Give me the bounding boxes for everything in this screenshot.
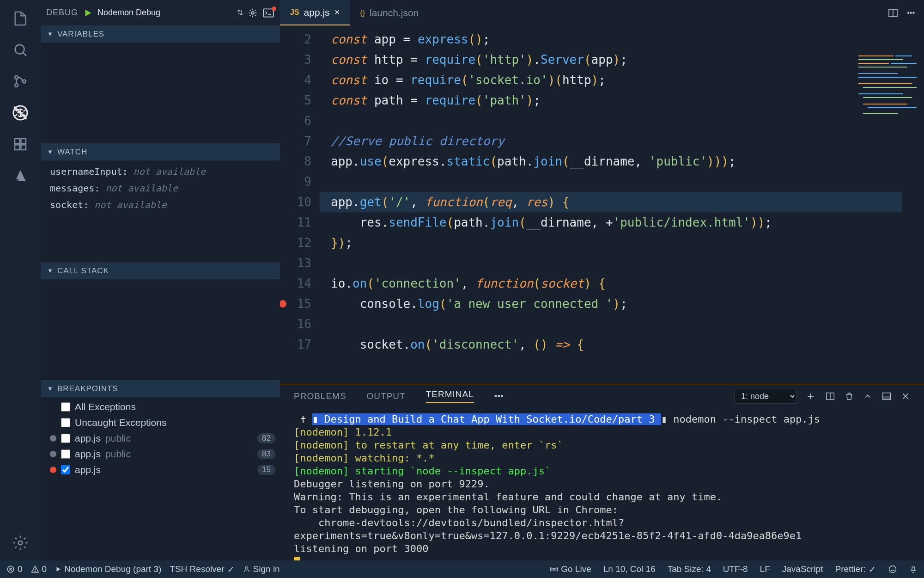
bp-dot-icon (50, 451, 56, 457)
bp-item[interactable]: app.js15 (41, 462, 280, 478)
close-panel-icon[interactable] (901, 392, 910, 401)
watch-item[interactable]: usernameInput: not available (41, 163, 280, 180)
variables-header[interactable]: ▼VARIABLES (41, 25, 280, 43)
debug-console-icon[interactable] (262, 8, 274, 18)
bp-checkbox[interactable] (61, 418, 70, 427)
line-gutter: 234567891011121314151617 (280, 25, 320, 384)
svg-rect-9 (21, 145, 26, 150)
kill-terminal-icon[interactable] (845, 391, 854, 401)
editor-tabs: JSapp.js× {}launch.json ••• (280, 0, 924, 25)
status-warnings[interactable]: 0 (31, 564, 47, 574)
editor-group: JSapp.js× {}launch.json ••• 234567891011… (280, 0, 924, 578)
json-icon: {} (360, 9, 365, 17)
callstack-header[interactable]: ▼CALL STACK (41, 262, 280, 279)
terminal-output[interactable]: ✝ ▮ Design and Build a Chat App With Soc… (280, 408, 924, 578)
bp-checkbox[interactable] (61, 402, 70, 412)
status-eol[interactable]: LF (760, 564, 770, 574)
tab-output[interactable]: OUTPUT (367, 391, 406, 401)
breakpoints-header[interactable]: ▼BREAKPOINTS (41, 380, 280, 397)
more-icon[interactable]: ••• (907, 9, 915, 17)
bottom-panel: PROBLEMS OUTPUT TERMINAL ••• 1: node ✝ ▮… (280, 384, 924, 578)
svg-rect-12 (263, 9, 274, 17)
activity-bar (0, 0, 41, 578)
status-golive[interactable]: Go Live (550, 564, 591, 574)
bp-dot-icon (50, 435, 56, 442)
settings-gear-icon[interactable] (11, 534, 30, 552)
search-icon[interactable] (11, 41, 30, 59)
debug-sidebar: DEBUG Nodemon Debug ⇅ ▼VARIABLES ▼WATCH … (41, 0, 280, 578)
js-icon: JS (290, 8, 299, 17)
status-errors[interactable]: 0 (6, 564, 23, 574)
status-bar: 0 0 Nodemon Debug (part 3) TSH Resolver … (0, 560, 924, 578)
debug-icon[interactable] (11, 104, 30, 122)
status-prettier[interactable]: Prettier: ✓ (835, 564, 876, 575)
status-resolver[interactable]: TSH Resolver ✓ (170, 564, 234, 575)
bp-checkbox[interactable] (61, 434, 70, 443)
terminal-select[interactable]: 1: node (734, 389, 796, 404)
svg-rect-36 (883, 396, 891, 400)
split-editor-icon[interactable] (888, 7, 899, 18)
chevron-down-icon: ▼ (47, 385, 54, 392)
panel-tabs: PROBLEMS OUTPUT TERMINAL ••• 1: node (280, 384, 924, 408)
config-chevrons-icon[interactable]: ⇅ (237, 8, 243, 17)
watch-item[interactable]: socket: not available (41, 197, 280, 213)
svg-point-0 (15, 45, 24, 54)
split-terminal-icon[interactable] (825, 391, 835, 401)
bp-all-exceptions[interactable]: All Exceptions (41, 399, 280, 415)
chevron-down-icon: ▼ (47, 267, 54, 274)
status-bell-icon[interactable] (909, 565, 918, 573)
svg-point-10 (18, 541, 23, 545)
debug-settings-icon[interactable] (248, 8, 258, 18)
debug-config-name[interactable]: Nodemon Debug (97, 8, 232, 18)
variables-body (41, 43, 280, 143)
debug-toolbar: DEBUG Nodemon Debug ⇅ (41, 0, 280, 25)
status-feedback-icon[interactable] (888, 565, 897, 574)
status-debug[interactable]: Nodemon Debug (part 3) (55, 564, 161, 574)
bp-item[interactable]: app.jspublic83 (41, 446, 280, 462)
extensions-icon[interactable] (11, 135, 30, 154)
maximize-panel-icon[interactable] (881, 391, 892, 401)
bp-checkbox[interactable] (61, 449, 70, 459)
svg-rect-6 (15, 139, 20, 144)
breakpoints-body: All Exceptions Uncaught Exceptions app.j… (41, 397, 280, 480)
minimap[interactable] (857, 53, 921, 141)
bp-checkbox[interactable] (61, 465, 70, 474)
tab-app-js[interactable]: JSapp.js× (280, 0, 350, 25)
callstack-body (41, 279, 280, 380)
chevron-down-icon: ▼ (47, 31, 54, 37)
watch-item[interactable]: messages: not available (41, 180, 280, 197)
svg-point-2 (15, 84, 18, 87)
watch-header[interactable]: ▼WATCH (41, 143, 280, 160)
azure-icon[interactable] (11, 166, 30, 185)
status-encoding[interactable]: UTF-8 (723, 564, 748, 574)
tab-terminal[interactable]: TERMINAL (426, 389, 474, 403)
svg-point-43 (35, 571, 36, 572)
explorer-icon[interactable] (11, 9, 30, 28)
source-control-icon[interactable] (11, 72, 30, 91)
svg-point-46 (889, 566, 896, 573)
code-area[interactable]: const app = express();const http = requi… (320, 25, 924, 384)
watch-body: usernameInput: not available messages: n… (41, 160, 280, 216)
debug-label: DEBUG (46, 8, 78, 18)
bp-item[interactable]: app.jspublic82 (41, 430, 280, 446)
status-signin[interactable]: Sign in (243, 564, 280, 574)
start-debug-icon[interactable] (83, 8, 93, 18)
panel-more-icon[interactable]: ••• (494, 391, 504, 401)
svg-point-11 (251, 12, 254, 14)
svg-point-44 (245, 567, 248, 569)
svg-point-1 (15, 76, 18, 79)
status-position[interactable]: Ln 10, Col 16 (603, 564, 656, 574)
close-icon[interactable]: × (334, 7, 340, 18)
code-editor[interactable]: 234567891011121314151617 const app = exp… (280, 25, 924, 384)
status-language[interactable]: JavaScript (782, 564, 823, 574)
svg-point-45 (553, 568, 555, 571)
tab-launch-json[interactable]: {}launch.json (350, 0, 429, 25)
svg-rect-7 (21, 139, 26, 144)
bp-uncaught-exceptions[interactable]: Uncaught Exceptions (41, 415, 280, 430)
bp-dot-active-icon (50, 467, 56, 473)
status-tabsize[interactable]: Tab Size: 4 (668, 564, 711, 574)
svg-point-3 (23, 80, 26, 83)
tab-problems[interactable]: PROBLEMS (294, 391, 346, 401)
chevron-up-icon[interactable] (863, 392, 872, 401)
new-terminal-icon[interactable] (806, 391, 816, 401)
